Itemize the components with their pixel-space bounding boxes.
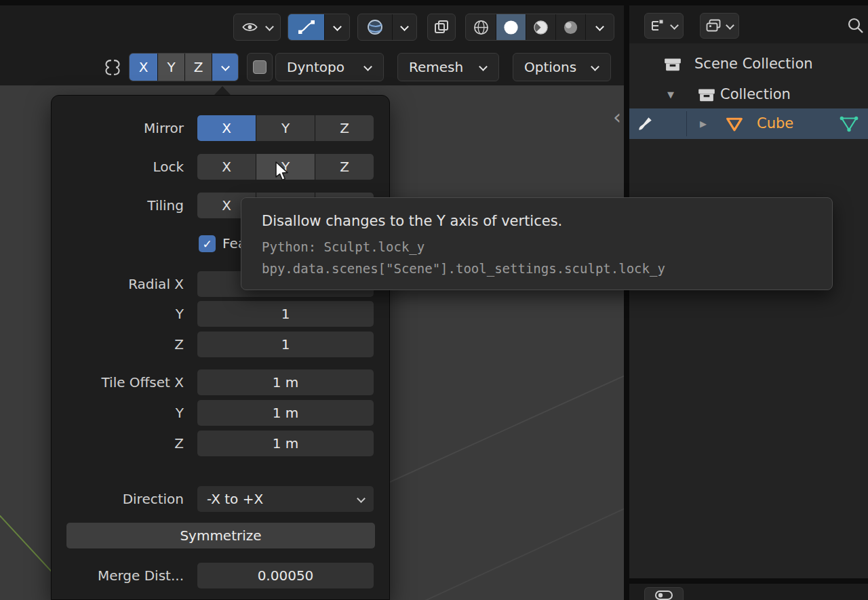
direction-label: Direction <box>52 485 184 513</box>
mirror-x-toggle[interactable]: X <box>197 115 256 141</box>
chevron-down-icon <box>392 14 416 40</box>
disclosure-open-icon[interactable]: ▼ <box>667 79 674 110</box>
mirror-symmetry-icon <box>100 58 125 79</box>
direction-select[interactable]: -X to +X <box>197 486 374 512</box>
symmetry-y-toggle[interactable]: Y <box>157 54 184 81</box>
collection-label: Collection <box>720 79 791 110</box>
gizmo-toggle-button[interactable] <box>427 14 456 41</box>
merge-distance-field[interactable]: 0.00050 <box>197 563 374 588</box>
outliner-panel: Scene Collection ▼ Collection ▶ Cube <box>629 5 868 578</box>
header-checkbox[interactable] <box>247 53 273 81</box>
mesh-object-icon <box>724 115 745 134</box>
radial-z-field[interactable]: 1 <box>197 332 374 357</box>
eye-icon <box>241 20 259 35</box>
scene-collection-label: Scene Collection <box>694 49 813 79</box>
dyntopo-dropdown[interactable]: Dyntopo <box>275 53 384 81</box>
chevron-down-icon <box>363 64 372 71</box>
editor-divider[interactable] <box>629 578 868 584</box>
mesh-data-icon <box>838 115 860 134</box>
tooltip-description: Disallow changes to the Y axis of vertic… <box>262 213 812 229</box>
remesh-label: Remesh <box>409 59 463 75</box>
wireframe-shading-toggle[interactable] <box>466 14 496 40</box>
chevron-down-icon <box>357 496 366 502</box>
symmetrize-button[interactable]: Symmetrize <box>66 523 375 548</box>
symmetry-z-toggle[interactable]: Z <box>184 54 212 81</box>
feather-checkbox[interactable]: ✓ <box>199 235 216 252</box>
tree-list-icon <box>650 18 666 33</box>
popover-arrow <box>214 86 231 95</box>
chevron-down-icon <box>324 14 349 40</box>
radial-z-label: Z <box>52 331 184 358</box>
viewport-collapse-arrow[interactable]: ‹ <box>610 107 624 127</box>
rendered-shading-toggle[interactable] <box>555 14 585 40</box>
symmetry-popover-toggle[interactable] <box>212 54 238 81</box>
search-icon[interactable] <box>846 16 865 35</box>
solid-sphere-icon <box>502 19 519 36</box>
stacked-images-icon <box>705 18 722 33</box>
tooltip-python-ref: Python: Sculpt.lock_y <box>262 236 812 258</box>
lock-label: Lock <box>52 153 184 180</box>
symmetry-x-toggle[interactable]: X <box>130 54 157 81</box>
falloff-curve-dropdown[interactable] <box>288 14 350 41</box>
collection-row[interactable]: ▼ Collection <box>629 79 868 110</box>
chevron-down-icon <box>726 23 734 29</box>
tooltip-python-path: bpy.data.scenes["Scene"].tool_settings.s… <box>262 258 812 279</box>
radial-y-label: Y <box>52 300 184 327</box>
collection-icon <box>697 87 716 103</box>
chevron-down-icon <box>221 64 230 71</box>
radial-x-label: Radial X <box>52 271 184 298</box>
lock-z-toggle[interactable]: Z <box>315 154 374 180</box>
lock-x-toggle[interactable]: X <box>197 154 256 180</box>
texture-dropdown[interactable] <box>357 14 417 41</box>
mirror-label: Mirror <box>52 115 184 142</box>
material-shading-toggle[interactable] <box>526 14 555 40</box>
bottom-editor-header <box>629 584 868 600</box>
tiling-label: Tiling <box>52 192 184 219</box>
editor-type-button[interactable] <box>644 587 684 600</box>
dyntopo-label: Dyntopo <box>287 59 344 75</box>
options-dropdown[interactable]: Options <box>513 53 611 81</box>
rendered-sphere-icon <box>562 19 579 36</box>
scene-collection-row[interactable]: Scene Collection <box>629 49 868 79</box>
remesh-dropdown[interactable]: Remesh <box>397 53 499 81</box>
row-separator <box>686 111 687 136</box>
symmetry-popover: Mirror X Y Z Lock X Y Z Tiling X <box>51 95 390 600</box>
tile-offset-x-field[interactable]: 1 m <box>197 369 374 395</box>
tooltip: Disallow changes to the Y axis of vertic… <box>241 197 833 290</box>
mirror-z-toggle[interactable]: Z <box>315 115 374 141</box>
chevron-down-icon <box>591 64 599 71</box>
blender-window: X Y Z Dyntopo Remesh Options Mirror X Y … <box>0 0 868 600</box>
radial-y-field[interactable]: 1 <box>197 301 374 327</box>
mirror-y-toggle[interactable]: Y <box>256 115 315 141</box>
chevron-down-icon <box>585 14 614 40</box>
brush-visibility-dropdown[interactable] <box>233 14 281 41</box>
viewport-shading-group <box>465 14 614 41</box>
disclosure-closed-icon[interactable]: ▶ <box>700 108 707 139</box>
tile-offset-y-field[interactable]: 1 m <box>197 400 374 426</box>
wireframe-globe-icon <box>473 19 490 36</box>
mirror-axis-group: X Y Z <box>197 115 374 141</box>
chevron-down-icon <box>670 23 679 29</box>
overlapping-squares-icon <box>433 19 450 35</box>
merge-distance-label: Merge Dist... <box>52 562 184 589</box>
chevron-down-icon <box>265 24 274 31</box>
toggle-switch-icon <box>654 590 673 600</box>
chevron-down-icon <box>479 64 488 71</box>
direction-value: -X to +X <box>207 491 263 507</box>
checkbox-icon <box>253 60 267 74</box>
tile-offset-x-label: Tile Offset X <box>52 369 184 396</box>
outliner-filter-dropdown[interactable] <box>700 13 739 39</box>
material-sphere-icon <box>532 19 549 36</box>
texture-sphere-icon <box>358 14 392 40</box>
tile-offset-z-field[interactable]: 1 m <box>197 431 374 456</box>
tile-offset-z-label: Z <box>52 430 184 457</box>
cursor-pointer-icon <box>274 161 290 182</box>
checkmark-icon: ✓ <box>202 237 212 251</box>
options-label: Options <box>524 59 576 75</box>
scene-collection-icon <box>663 56 682 73</box>
cube-label: Cube <box>757 108 793 139</box>
outliner-display-mode-dropdown[interactable] <box>644 13 684 39</box>
editor-divider[interactable] <box>624 5 629 600</box>
cube-row[interactable]: ▶ Cube <box>629 108 868 139</box>
solid-shading-toggle[interactable] <box>496 14 526 40</box>
